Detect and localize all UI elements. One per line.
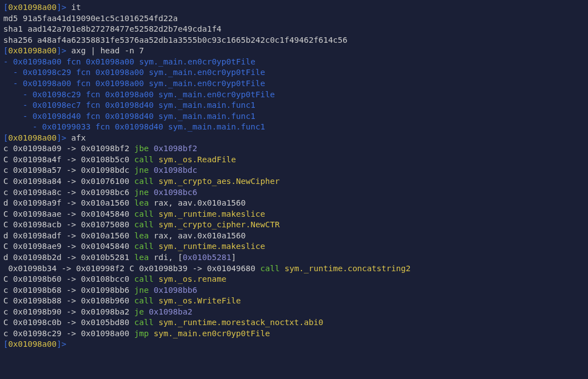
afx-row: C 0x01098c0b -> 0x0105bd80 call sym._run… [3,317,585,328]
afx-row: C 0x01098acb -> 0x01075080 call sym._cry… [3,220,585,231]
afx-row: d 0x01098a9f -> 0x010a1560 lea rax, aav.… [3,198,585,209]
afx-row: C 0x01098ae9 -> 0x01045840 call sym._run… [3,241,585,252]
afx-row: C 0x01098aae -> 0x01045840 call sym._run… [3,209,585,220]
afx-row: c 0x01098a09 -> 0x01098bf2 jbe 0x1098bf2 [3,143,585,154]
axg-row: - 0x01098c29 fcn 0x01098a00 sym._main.en… [3,67,585,78]
afx-row: c 0x01098b90 -> 0x01098ba2 je 0x1098ba2 [3,307,585,318]
command-input[interactable] [71,339,72,350]
terminal-output: [0x01098a00]> it md5 91a5faa41d19090e1c5… [0,0,588,352]
afx-row: c 0x01098c29 -> 0x01098a00 jmp sym._main… [3,328,585,340]
command-text: axg | head -n 7 [71,46,144,55]
afx-row: c 0x01098b68 -> 0x01098bb6 jne 0x1098bb6 [3,285,585,296]
prompt-address: 0x01098a00 [8,3,57,12]
afx-row: c 0x01098a57 -> 0x01098bdc jne 0x1098bdc [3,165,585,176]
prompt-address: 0x01098a00 [8,133,57,142]
command-text: it [71,3,81,12]
axg-row: - 0x01098c29 fcn 0x01098a00 sym._main.en… [3,89,585,101]
axg-output: - 0x01098a00 fcn 0x01098a00 sym._main.en… [3,57,585,133]
afx-row: d 0x01098adf -> 0x010a1560 lea rax, aav.… [3,231,585,242]
afx-row: 0x01098b34 -> 0x010998f2 C 0x01098b39 ->… [3,263,585,275]
afx-output: c 0x01098a09 -> 0x01098bf2 jbe 0x1098bf2… [3,143,585,252]
axg-row: - 0x01099033 fcn 0x01098d40 sym._main.ma… [3,122,585,133]
axg-row: - 0x01098a00 fcn 0x01098a00 sym._main.en… [3,78,585,89]
afx-row: c 0x01098a8c -> 0x01098bc6 jne 0x1098bc6 [3,187,585,198]
afx-row: C 0x01098b60 -> 0x0108bcc0 call sym._os.… [3,274,585,285]
hash-sha256: sha256 a48af4a62358831fe5376aa52db1a3555… [3,35,585,46]
prompt-line: [0x01098a00]> it [3,2,585,13]
axg-row: - 0x01098a00 fcn 0x01098a00 sym._main.en… [3,57,585,68]
prompt-address: 0x01098a00 [8,46,57,55]
prompt-address: 0x01098a00 [8,340,57,348]
afx-row: C 0x01098a4f -> 0x0108b5c0 call sym._os.… [3,154,585,166]
afx-output-2: C 0x01098b60 -> 0x0108bcc0 call sym._os.… [3,274,585,339]
command-text: afx [71,133,86,142]
prompt-line: [0x01098a00]> afx [3,133,585,144]
prompt-line: [0x01098a00]> axg | head -n 7 [3,46,585,57]
hash-sha1: sha1 aad142a701e8b27278477e52582d2b7e49c… [3,24,585,35]
hash-md5: md5 91a5faa41d19090e1c5c1016254fd22a [3,13,585,24]
afx-row: d 0x01098b2d -> 0x010b5281 lea rdi, [0x0… [3,252,585,263]
prompt-line[interactable]: [0x01098a00]> [3,339,585,350]
axg-row: - 0x01098d40 fcn 0x01098d40 sym._main.ma… [3,111,585,122]
afx-row: C 0x01098a84 -> 0x01076100 call sym._cry… [3,176,585,187]
axg-row: - 0x01098ec7 fcn 0x01098d40 sym._main.ma… [3,100,585,111]
afx-row: C 0x01098b88 -> 0x0108b960 call sym._os.… [3,296,585,307]
